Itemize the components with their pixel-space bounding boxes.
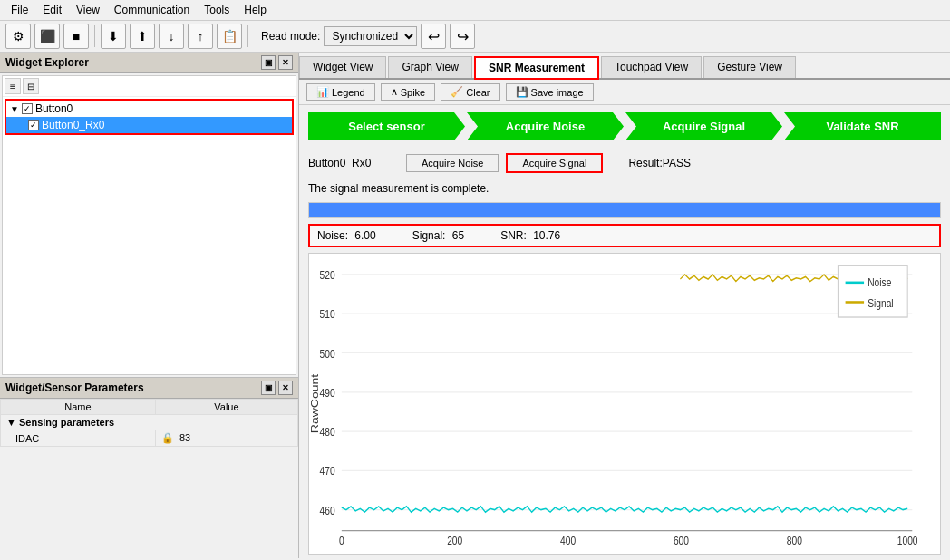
legend-box: [838, 266, 907, 317]
download-button[interactable]: ↓: [159, 24, 184, 49]
tab-snr-measurement[interactable]: SNR Measurement: [474, 56, 599, 80]
snr-steps: Select sensor Acquire Noise Acquire Sign…: [308, 112, 941, 140]
menu-tools[interactable]: Tools: [197, 2, 237, 18]
tree-item-button0-rx0[interactable]: ✓ Button0_Rx0: [6, 117, 292, 133]
noise-stat: Noise: 6.00: [317, 229, 376, 242]
save-down-button[interactable]: ⬇: [101, 24, 126, 49]
spike-icon: ∧: [391, 86, 398, 98]
sep1: [94, 25, 95, 47]
checkbox-button0[interactable]: ✓: [22, 103, 33, 114]
step-validate-snr: Validate SNR: [784, 112, 941, 140]
widget-explorer-header: Widget Explorer ▣ ✕: [0, 53, 298, 73]
sp-restore-icon[interactable]: ▣: [261, 381, 276, 395]
sensing-params-section: ▼ Sensing parameters: [1, 415, 298, 430]
progress-bar: [308, 202, 941, 218]
widget-explorer-title: Widget Explorer: [5, 56, 89, 69]
clipboard-button[interactable]: 📋: [217, 24, 242, 49]
readmode-select[interactable]: Synchronized Manual: [324, 26, 417, 46]
undo-button[interactable]: ↩: [421, 24, 446, 49]
export-button[interactable]: ↑: [188, 24, 213, 49]
step-acquire-signal: Acquire Signal: [625, 112, 782, 140]
acquire-signal-button[interactable]: Acquire Signal: [506, 153, 603, 173]
sensor-params-title: Widget/Sensor Parameters: [5, 381, 144, 394]
svg-text:510: 510: [320, 308, 335, 320]
chart-area: 520 510 500 490 480 470 460 RawCount: [308, 253, 941, 555]
snr-stat: SNR: 10.76: [500, 229, 560, 242]
chart-svg: 520 510 500 490 480 470 460 RawCount: [309, 254, 940, 554]
panel-header-icons: ▣ ✕: [261, 55, 293, 70]
tab-gesture-view[interactable]: Gesture View: [703, 56, 796, 78]
legend-signal-label: Signal: [868, 297, 893, 309]
save-image-icon: 💾: [516, 86, 528, 98]
step-acquire-noise: Acquire Noise: [467, 112, 624, 140]
tabs: Widget View Graph View SNR Measurement T…: [299, 53, 950, 80]
progress-bar-fill: [309, 203, 940, 217]
status-message: The signal measurement is complete.: [308, 182, 941, 195]
upload-button[interactable]: ⬆: [130, 24, 155, 49]
menu-view[interactable]: View: [69, 2, 107, 18]
svg-text:0: 0: [339, 535, 344, 546]
sep2: [247, 25, 248, 47]
tab-touchpad-view[interactable]: Touchpad View: [601, 56, 702, 78]
stop-button[interactable]: ⬛: [34, 24, 60, 49]
save-image-button[interactable]: 💾 Save image: [506, 83, 594, 101]
pause-button[interactable]: ■: [63, 24, 89, 49]
menu-edit[interactable]: Edit: [35, 2, 69, 18]
widget-explorer: ≡ ⊟ ▼ ✓ Button0 ✓ Button0_Rx0: [2, 75, 296, 375]
close-icon[interactable]: ✕: [278, 55, 293, 70]
step-select-sensor: Select sensor: [308, 112, 465, 140]
svg-text:600: 600: [674, 535, 689, 546]
svg-text:RawCount: RawCount: [309, 373, 320, 433]
checkbox-button0-rx0[interactable]: ✓: [28, 120, 39, 130]
result-label: Result:PASS: [628, 157, 690, 169]
sensor-action-row: Button0_Rx0 Acquire Noise Acquire Signal…: [308, 153, 941, 173]
selected-widget-box: ▼ ✓ Button0 ✓ Button0_Rx0: [5, 99, 294, 135]
section-row: ▼ Sensing parameters: [1, 415, 298, 430]
redo-button[interactable]: ↪: [450, 24, 475, 49]
we-toolbar: ≡ ⊟: [3, 76, 296, 97]
svg-text:500: 500: [320, 348, 335, 360]
tab-graph-view[interactable]: Graph View: [388, 56, 471, 78]
acquire-noise-button[interactable]: Acquire Noise: [406, 154, 499, 172]
tree-item-button0[interactable]: ▼ ✓ Button0: [6, 101, 292, 117]
svg-text:480: 480: [320, 426, 335, 438]
col-value: Value: [155, 400, 297, 415]
col-name: Name: [1, 400, 156, 415]
menu-communication[interactable]: Communication: [107, 2, 197, 18]
tab-widget-view[interactable]: Widget View: [299, 56, 386, 78]
svg-text:200: 200: [447, 535, 462, 546]
collapse-all-btn[interactable]: ⊟: [23, 78, 39, 94]
svg-text:490: 490: [320, 387, 335, 399]
noise-line: [342, 507, 907, 512]
signal-stat: Signal: 65: [412, 229, 464, 242]
svg-text:520: 520: [320, 269, 335, 281]
legend-icon: 📊: [316, 86, 329, 98]
stats-row: Noise: 6.00 Signal: 65 SNR: 10.76: [308, 224, 941, 247]
right-panel: Widget View Graph View SNR Measurement T…: [299, 53, 950, 558]
svg-text:800: 800: [787, 535, 802, 546]
sensor-params-panel: Widget/Sensor Parameters ▣ ✕ Name Value: [0, 377, 298, 558]
menubar: File Edit View Communication Tools Help: [0, 0, 950, 21]
expand-arrow: ▼: [10, 104, 19, 114]
idac-value: 🔒 83: [155, 430, 297, 447]
idac-row: IDAC 🔒 83: [1, 430, 298, 447]
menu-help[interactable]: Help: [237, 2, 274, 18]
menu-file[interactable]: File: [4, 2, 35, 18]
sensor-name-label: Button0_Rx0: [308, 157, 399, 169]
readmode-label: Read mode:: [261, 30, 320, 43]
svg-text:1000: 1000: [897, 535, 918, 546]
svg-text:470: 470: [320, 465, 335, 477]
sp-close-icon[interactable]: ✕: [278, 381, 293, 395]
svg-text:400: 400: [560, 535, 576, 546]
legend-button[interactable]: 📊 Legend: [306, 83, 375, 101]
tree-label-button0-rx0: Button0_Rx0: [42, 119, 104, 131]
restore-icon[interactable]: ▣: [261, 55, 276, 70]
gear-button[interactable]: ⚙: [5, 24, 31, 49]
spike-button[interactable]: ∧ Spike: [381, 83, 436, 101]
idac-name: IDAC: [1, 430, 156, 447]
main-layout: Widget Explorer ▣ ✕ ≡ ⊟ ▼ ✓ Button0 ✓ B: [0, 53, 950, 558]
clear-button[interactable]: 🧹 Clear: [441, 83, 499, 101]
lock-icon: 🔒: [161, 432, 174, 443]
expand-all-btn[interactable]: ≡: [5, 78, 21, 94]
legend-noise-label: Noise: [868, 276, 891, 288]
